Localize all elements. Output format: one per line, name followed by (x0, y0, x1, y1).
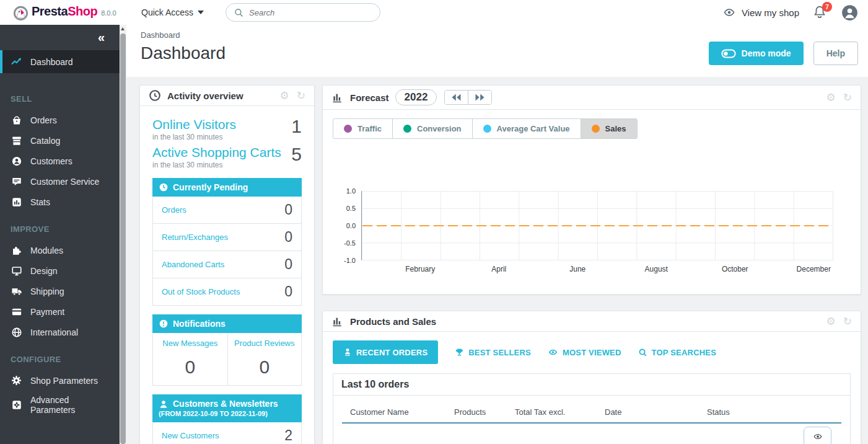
list-item: New Customers 2 (153, 422, 301, 444)
forecast-chart: 1.0 0.5 0.0 -0.5 -1.0 (333, 191, 833, 275)
brand-wordmark: PrestaShop (32, 4, 97, 19)
average-cart-dot-icon (483, 125, 491, 133)
return-exchanges-value: 0 (284, 229, 292, 246)
customers-newsletters-header: Customers & Newsletters (FROM 2022-10-09… (152, 394, 302, 422)
search-icon (638, 348, 647, 357)
last-orders-title: Last 10 orders (333, 374, 850, 396)
sidebar-item-dashboard[interactable]: Dashboard (0, 50, 120, 73)
traffic-dot-icon (344, 125, 352, 133)
sidebar-item-customers[interactable]: Customers (0, 151, 120, 171)
sidebar-item-label: Customer Service (30, 177, 99, 187)
currently-pending-list: Orders 0 Return/Exchanges 0 Abandoned Ca… (152, 197, 302, 306)
tab-sales[interactable]: Sales (581, 118, 638, 139)
tab-traffic[interactable]: Traffic (333, 118, 393, 139)
search-input[interactable] (249, 8, 372, 17)
previous-year-button[interactable] (445, 91, 468, 104)
last-orders-box: Last 10 orders Customer Name Products To… (333, 373, 851, 444)
metric-label[interactable]: Online Visitors (152, 117, 236, 132)
sidebar-item-advanced-parameters[interactable]: Advanced Parameters (0, 391, 120, 419)
column-header: Total Tax excl. (515, 407, 605, 417)
new-customers-link[interactable]: New Customers (162, 431, 219, 440)
breadcrumb[interactable]: Dashboard (141, 30, 858, 40)
panel-title: Activity overview (167, 91, 243, 101)
notifications-header: Notifications (152, 314, 302, 333)
abandoned-carts-link[interactable]: Abandoned Carts (162, 260, 224, 269)
panel-settings-icon[interactable]: ⚙ (826, 316, 836, 327)
new-messages-link[interactable]: New Messages (156, 339, 225, 348)
x-tick: October (722, 265, 748, 273)
view-my-shop-label: View my shop (742, 7, 799, 18)
out-of-stock-link[interactable]: Out of Stock Products (162, 287, 240, 296)
scrollbar-thumb[interactable] (120, 33, 126, 444)
tab-conversion[interactable]: Conversion (392, 118, 473, 139)
online-visitors-metric: Online Visitors in the last 30 minutes 1 (152, 117, 302, 141)
sidebar-item-shipping[interactable]: Shipping (0, 281, 120, 301)
tab-recent-orders[interactable]: RECENT ORDERS (333, 340, 438, 364)
dashboard-content: Activity overview ⚙ ↻ Online Visitors in… (126, 77, 868, 444)
sidebar-item-design[interactable]: Design (0, 260, 120, 281)
search-box[interactable] (226, 3, 380, 22)
orders-table: Customer Name Products Total Tax excl. D… (333, 396, 850, 444)
sidebar-item-payment[interactable]: Payment (0, 301, 120, 322)
credit-card-icon (11, 306, 22, 317)
help-button[interactable]: Help (813, 42, 858, 65)
sidebar-collapse-button[interactable]: « (98, 31, 105, 43)
list-item: Return/Exchanges 0 (153, 224, 301, 251)
panel-refresh-icon[interactable]: ↻ (843, 92, 852, 103)
eye-icon (722, 7, 736, 18)
quick-access-dropdown[interactable]: Quick Access (141, 7, 204, 17)
sidebar-item-modules[interactable]: Modules (0, 240, 120, 260)
sidebar-item-customer-service[interactable]: Customer Service (0, 171, 120, 192)
x-tick: June (569, 265, 585, 273)
metric-label[interactable]: Active Shopping Carts (152, 145, 281, 160)
forecast-metric-tabs: Traffic Conversion Average Cart Value (333, 118, 851, 139)
next-year-button[interactable] (468, 91, 491, 104)
sidebar-item-label: Advanced Parameters (30, 395, 113, 415)
brand-logo[interactable]: PrestaShop 8.0.0 (0, 4, 130, 21)
bar-chart-icon (331, 315, 344, 327)
store-icon (11, 135, 22, 146)
tab-best-sellers[interactable]: BEST SELLERS (455, 347, 531, 357)
page-title: Dashboard (141, 43, 226, 63)
panel-title: Forecast (350, 92, 389, 103)
scroll-up-arrow-icon[interactable] (121, 27, 125, 30)
tab-most-viewed[interactable]: MOST VIEWED (548, 348, 621, 357)
table-row (342, 424, 841, 444)
y-axis: 1.0 0.5 0.0 -0.5 -1.0 (333, 191, 361, 260)
tab-top-searches[interactable]: TOP SEARCHES (638, 348, 717, 357)
exclamation-circle-icon (159, 319, 169, 329)
view-my-shop-link[interactable]: View my shop (722, 7, 799, 18)
user-avatar[interactable] (841, 4, 858, 21)
sidebar-item-shop-parameters[interactable]: Shop Parameters (0, 370, 120, 391)
list-item: Abandoned Carts 0 (153, 251, 301, 278)
panel-refresh-icon[interactable]: ↻ (297, 91, 305, 101)
panel-settings-icon[interactable]: ⚙ (280, 91, 289, 101)
toggle-icon (721, 49, 736, 58)
column-header: Date (605, 407, 707, 417)
sidebar-item-catalog[interactable]: Catalog (0, 130, 120, 151)
topbar-actions: View my shop 7 (722, 4, 868, 21)
new-customers-value: 2 (284, 427, 292, 444)
sidebar-scrollbar[interactable] (120, 25, 126, 444)
column-header: Products (454, 407, 515, 417)
tab-average-cart-value[interactable]: Average Cart Value (472, 118, 581, 139)
panel-refresh-icon[interactable]: ↻ (843, 316, 852, 327)
person-icon (343, 347, 352, 357)
sidebar-item-label: Customers (30, 156, 72, 166)
main-area: Dashboard Dashboard Demo mode Help (126, 25, 868, 444)
product-reviews-link[interactable]: Product Reviews (230, 339, 299, 348)
demo-mode-button[interactable]: Demo mode (709, 42, 804, 65)
year-selector[interactable]: 2022 (395, 89, 437, 105)
sidebar-item-label: Shop Parameters (30, 376, 98, 386)
gear-icon (11, 375, 22, 386)
sidebar-item-international[interactable]: International (0, 322, 120, 342)
sidebar-item-stats[interactable]: Stats (0, 192, 120, 212)
notifications-bell[interactable]: 7 (813, 4, 828, 20)
return-exchanges-link[interactable]: Return/Exchanges (162, 233, 228, 242)
sidebar-item-orders[interactable]: Orders (0, 110, 120, 130)
year-nav (444, 90, 492, 105)
panel-settings-icon[interactable]: ⚙ (826, 92, 836, 103)
pending-orders-link[interactable]: Orders (162, 205, 186, 215)
order-details-button[interactable] (804, 427, 831, 444)
sidebar-item-label: Stats (30, 197, 50, 207)
